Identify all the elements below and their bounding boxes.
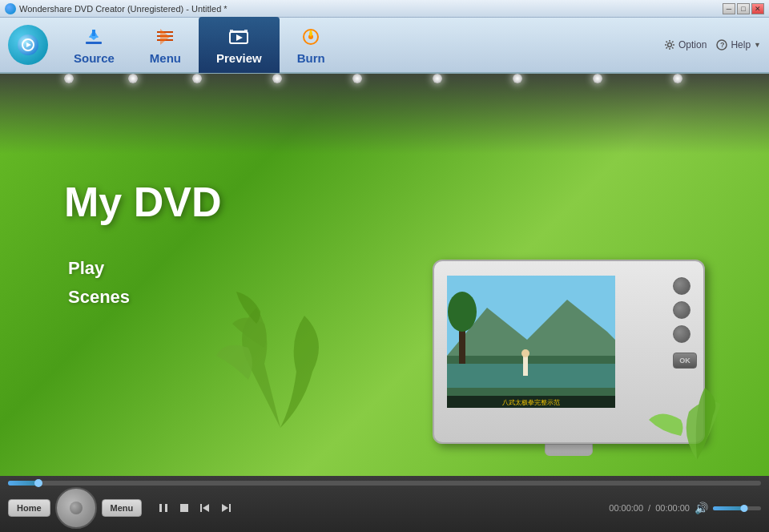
time-display: 00:00:00 / 00:00:00 🔊: [609, 502, 761, 514]
svg-marker-34: [203, 504, 209, 512]
tab-source[interactable]: Source: [56, 17, 132, 73]
main-area: My DVD Play Scenes: [0, 74, 769, 532]
svg-text:?: ?: [720, 41, 725, 49]
progress-bar[interactable]: [8, 481, 761, 486]
tab-menu-label: Menu: [150, 51, 181, 65]
svg-marker-11: [236, 34, 243, 41]
time-current: 00:00:00: [609, 503, 643, 513]
tab-preview[interactable]: Preview: [199, 17, 280, 73]
app-icon: [5, 3, 16, 14]
dvd-scenes-item[interactable]: Scenes: [68, 287, 130, 308]
download-icon: [83, 26, 105, 48]
title-bar-text: Wondershare DVD Creator (Unregistered) -…: [5, 3, 227, 14]
gear-icon: [664, 39, 675, 50]
volume-bar[interactable]: [713, 506, 761, 510]
volume-thumb[interactable]: [741, 505, 748, 512]
help-label: Help: [731, 39, 751, 50]
next-button[interactable]: [217, 499, 235, 517]
pause-icon: [157, 502, 170, 514]
app-logo-inner: [18, 34, 38, 55]
dvd-preview: My DVD Play Scenes: [0, 74, 769, 476]
burn-icon: [300, 26, 322, 48]
svg-rect-2: [86, 42, 102, 44]
tv-stand: [545, 444, 593, 456]
stage-light-5: [352, 74, 362, 83]
svg-rect-23: [447, 364, 615, 388]
playback-controls: [155, 499, 235, 517]
tv-screen: 八武太极拳完整示范: [447, 276, 615, 408]
dvd-play-item[interactable]: Play: [68, 258, 130, 279]
progress-row: [8, 479, 761, 487]
tab-burn[interactable]: Burn: [280, 17, 343, 73]
minimize-button[interactable]: ─: [723, 3, 735, 14]
tab-menu[interactable]: Menu: [132, 17, 199, 73]
nav-disc-inner: [70, 502, 83, 514]
stop-button[interactable]: [175, 499, 193, 517]
menu-button[interactable]: Menu: [102, 499, 143, 517]
stage-light-4: [272, 74, 282, 83]
leaf-decoration-left: [200, 284, 360, 444]
control-bar: Home Menu: [0, 476, 769, 532]
svg-marker-36: [222, 504, 228, 512]
title-bar-buttons: ─ □ ✕: [723, 3, 764, 14]
stage-light-2: [128, 74, 138, 83]
tab-preview-label: Preview: [216, 51, 262, 65]
svg-point-17: [668, 43, 672, 47]
maximize-button[interactable]: □: [737, 3, 750, 14]
controls-row: Home Menu: [8, 487, 761, 529]
close-button[interactable]: ✕: [751, 3, 764, 14]
prev-button[interactable]: [196, 499, 214, 517]
tv-screen-content: 八武太极拳完整示范: [447, 276, 615, 408]
svg-point-27: [521, 349, 529, 357]
svg-marker-5: [89, 36, 99, 40]
stage-light-1: [64, 74, 74, 83]
leaf-decoration-right: [633, 372, 729, 468]
svg-text:八武太极拳完整示范: 八武太极拳完整示范: [502, 399, 560, 406]
volume-bar-fill: [713, 506, 744, 510]
svg-rect-12: [230, 30, 233, 33]
option-button[interactable]: Option: [664, 39, 707, 50]
svg-rect-13: [244, 30, 248, 33]
stage-light-6: [433, 74, 442, 83]
tv-ctrl-btn-3[interactable]: [673, 325, 690, 343]
menu-icon: [154, 26, 176, 48]
svg-rect-6: [157, 31, 173, 33]
svg-rect-26: [523, 356, 528, 376]
tv-controls-side: OK: [673, 277, 697, 369]
home-button[interactable]: Home: [8, 499, 50, 517]
svg-rect-33: [200, 504, 202, 512]
stage-light-9: [673, 74, 682, 83]
tv-ctrl-btn-1[interactable]: [673, 277, 690, 295]
svg-rect-31: [165, 504, 167, 512]
svg-rect-30: [159, 504, 162, 512]
prev-icon: [199, 502, 211, 514]
app-logo: [8, 25, 48, 65]
stage-light-3: [192, 74, 202, 83]
title-text: Wondershare DVD Creator (Unregistered) -…: [19, 4, 227, 14]
help-icon: ?: [716, 39, 727, 50]
tab-source-label: Source: [74, 51, 115, 65]
stage-light-7: [513, 74, 522, 83]
pause-button[interactable]: [155, 499, 172, 517]
title-bar: Wondershare DVD Creator (Unregistered) -…: [0, 0, 769, 18]
stage-light-8: [593, 74, 602, 83]
tv-ctrl-btn-2[interactable]: [673, 301, 690, 319]
svg-marker-1: [26, 42, 31, 47]
option-label: Option: [678, 39, 707, 50]
svg-rect-32: [180, 504, 188, 512]
svg-point-25: [448, 292, 477, 332]
help-chevron: ▼: [754, 41, 761, 49]
next-icon: [219, 502, 232, 514]
toolbar: Source Menu Preview: [0, 18, 769, 74]
tv-ok-button[interactable]: OK: [673, 353, 697, 369]
stop-icon: [178, 502, 191, 514]
dvd-menu-items: Play Scenes: [68, 258, 130, 308]
svg-rect-35: [229, 504, 231, 512]
dvd-title: My DVD: [64, 178, 221, 226]
nav-disc[interactable]: [55, 487, 97, 529]
volume-icon: 🔊: [695, 502, 708, 514]
time-total: 00:00:00: [655, 503, 690, 513]
progress-thumb[interactable]: [34, 479, 42, 487]
film-icon: [227, 26, 250, 48]
help-button[interactable]: ? Help ▼: [716, 39, 761, 50]
